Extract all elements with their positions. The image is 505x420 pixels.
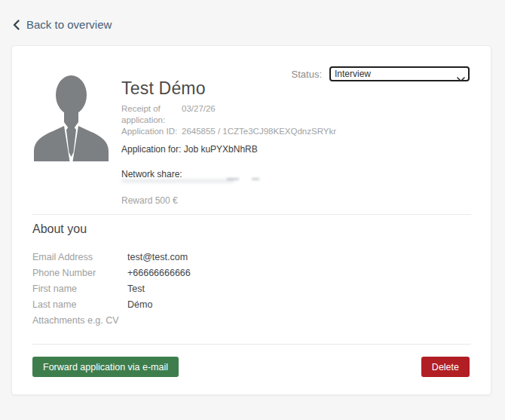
receipt-label: Receipt of application:	[121, 103, 182, 126]
receipt-value: 03/27/26	[182, 103, 216, 126]
receipt-row: Receipt of application: 03/27/26	[121, 103, 370, 126]
applicant-name: Test Démo	[121, 78, 370, 98]
person-silhouette-icon	[31, 72, 112, 161]
network-share-label: Network share:	[121, 169, 370, 180]
back-to-overview-link[interactable]: Back to overview	[13, 18, 112, 31]
field-row-phone: Phone Number +66666666666	[32, 268, 471, 284]
application-meta: Receipt of application: 03/27/26 Applica…	[121, 103, 370, 137]
phone-value: +66666666666	[127, 268, 191, 279]
delete-button[interactable]: Delete	[421, 357, 470, 377]
applicant-info: Test Démo Receipt of application: 03/27/…	[121, 78, 370, 207]
about-heading: About you	[32, 222, 471, 236]
forward-application-button[interactable]: Forward application via e-mail	[32, 357, 179, 377]
field-row-first-name: First name Test	[32, 284, 471, 299]
application-id-value: 2645855 / 1CZTe3CJ98KEXQdnzSRYkr	[182, 126, 336, 137]
about-fields: Email Address test@test.com Phone Number…	[32, 252, 471, 331]
application-card: Status: Interview Test Démo	[11, 45, 491, 395]
about-section: About you Email Address test@test.com Ph…	[32, 222, 471, 331]
phone-label: Phone Number	[32, 268, 127, 279]
redacted-network-share-value	[121, 179, 234, 182]
applicant-avatar	[31, 72, 112, 161]
back-link-label: Back to overview	[26, 18, 112, 31]
application-id-label: Application ID:	[121, 126, 182, 137]
application-for: Application for: Job kuPYXbNhRB	[121, 144, 370, 155]
field-row-attachments: Attachments e.g. CV	[32, 315, 471, 331]
email-value: test@test.com	[127, 252, 188, 263]
action-bar: Forward application via e-mail Delete	[32, 357, 470, 377]
first-name-value: Test	[127, 284, 145, 295]
email-label: Email Address	[32, 252, 127, 263]
last-name-value: Démo	[127, 299, 152, 311]
last-name-label: Last name	[32, 299, 127, 311]
redacted-smudge	[227, 178, 239, 180]
reward-text: Reward 500 €	[121, 195, 370, 207]
field-row-last-name: Last name Démo	[32, 299, 471, 315]
attachments-label: Attachments e.g. CV	[32, 315, 127, 326]
chevron-left-icon	[13, 20, 20, 30]
first-name-label: First name	[32, 284, 127, 295]
redacted-smudge	[252, 178, 259, 180]
field-row-email: Email Address test@test.com	[32, 252, 471, 268]
section-divider	[32, 344, 471, 345]
section-divider	[32, 214, 471, 215]
application-id-row: Application ID: 2645855 / 1CZTe3CJ98KEXQ…	[121, 126, 370, 137]
